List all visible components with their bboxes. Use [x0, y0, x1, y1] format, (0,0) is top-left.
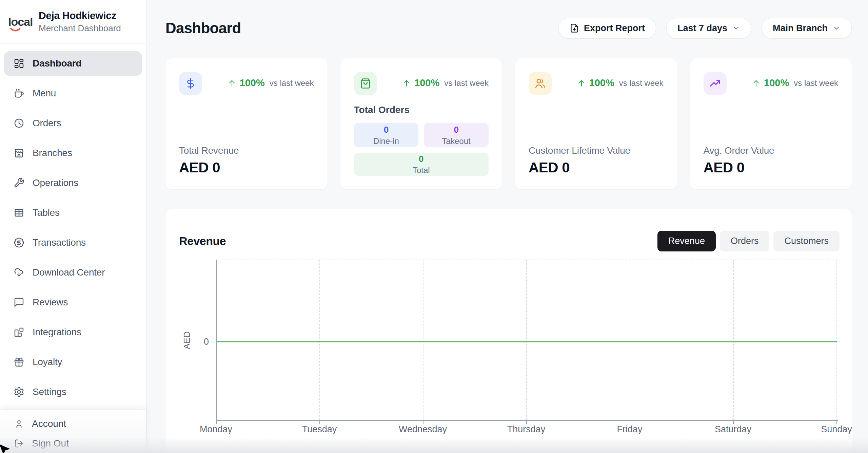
- x-label-wednesday: Wednesday: [389, 424, 457, 435]
- message-square-icon: [14, 297, 24, 308]
- bottom-edge-fade: [0, 437, 868, 453]
- sidebar-item-label: Download Center: [33, 267, 105, 278]
- local-logo: local: [8, 15, 33, 29]
- header-actions: Export Report Last 7 days Main Branch: [558, 18, 852, 39]
- customer-lifetime-value-card: 100% vs last week Customer Lifetime Valu…: [515, 58, 677, 189]
- dine-in-label: Dine-in: [373, 136, 399, 146]
- export-report-button[interactable]: Export Report: [558, 18, 656, 39]
- sidebar-item-orders[interactable]: Orders: [4, 111, 142, 135]
- x-tick: [526, 421, 527, 424]
- gridline-tuesday: [319, 260, 320, 420]
- x-tick: [836, 421, 837, 424]
- date-range-dropdown[interactable]: Last 7 days: [666, 18, 751, 39]
- y-axis-line: [216, 260, 217, 421]
- store-icon: [14, 148, 24, 158]
- brand-header: local Deja Hodkiewicz Merchant Dashboard: [0, 0, 146, 44]
- stat-label: Avg. Order Value: [704, 145, 839, 156]
- shopping-bag-icon-badge: [354, 72, 377, 95]
- tab-revenue[interactable]: Revenue: [657, 231, 716, 251]
- sidebar-item-label: Dashboard: [33, 58, 81, 69]
- trend-value: 100%: [240, 77, 265, 89]
- x-label-friday: Friday: [596, 424, 664, 435]
- trending-up-icon: [709, 77, 721, 90]
- x-tick: [733, 421, 734, 424]
- revenue-chart-card: Revenue Revenue Orders Customers: [165, 209, 852, 453]
- arrow-up-icon: [402, 79, 411, 88]
- sidebar-nav: Dashboard Menu Orders Branches Operation…: [0, 44, 146, 410]
- sidebar-item-menu[interactable]: Menu: [4, 81, 142, 106]
- x-label-thursday: Thursday: [492, 424, 560, 435]
- stat-value: AED 0: [179, 159, 314, 176]
- sidebar-item-label: Tables: [33, 207, 60, 218]
- sidebar-item-label: Operations: [33, 177, 78, 188]
- tab-orders[interactable]: Orders: [720, 231, 770, 251]
- shopping-bag-icon: [359, 77, 372, 90]
- page-title: Dashboard: [165, 20, 241, 37]
- takeout-chip: 0 Takeout: [424, 123, 489, 147]
- export-report-label: Export Report: [584, 23, 645, 34]
- takeout-count: 0: [454, 125, 458, 135]
- branch-dropdown[interactable]: Main Branch: [762, 18, 852, 39]
- sidebar-item-download-center[interactable]: Download Center: [4, 260, 142, 285]
- dine-in-count: 0: [384, 125, 389, 135]
- sidebar-item-label: Reviews: [33, 297, 68, 308]
- y-axis-title: AED: [182, 322, 192, 359]
- sidebar-item-integrations[interactable]: Integrations: [4, 320, 142, 344]
- trend-caption: vs last week: [619, 78, 664, 88]
- trend-caption: vs last week: [270, 78, 314, 88]
- total-label: Total: [413, 166, 430, 175]
- stat-cards-row: 100% vs last week Total Revenue AED 0: [165, 58, 852, 189]
- stat-value: AED 0: [529, 159, 664, 176]
- coffee-icon: [14, 88, 24, 99]
- x-label-saturday: Saturday: [699, 424, 767, 435]
- trend-caption: vs last week: [794, 78, 838, 88]
- sidebar-item-operations[interactable]: Operations: [4, 171, 142, 195]
- branch-label: Main Branch: [773, 23, 828, 34]
- arrow-up-icon: [577, 79, 586, 88]
- sidebar-item-branches[interactable]: Branches: [4, 141, 142, 165]
- arrow-up-icon: [228, 79, 236, 88]
- stat-value: AED 0: [704, 159, 839, 176]
- total-chip: 0 Total: [354, 153, 489, 176]
- tab-customers[interactable]: Customers: [773, 231, 840, 251]
- sidebar-item-loyalty[interactable]: Loyalty: [4, 350, 142, 374]
- trend-value: 100%: [414, 77, 439, 89]
- cloud-download-icon: [14, 267, 24, 278]
- takeout-label: Takeout: [442, 136, 471, 146]
- trend-indicator: 100% vs last week: [577, 77, 664, 89]
- gift-icon: [14, 357, 24, 367]
- mouse-cursor: [0, 441, 14, 453]
- table-icon: [14, 207, 24, 218]
- sidebar-item-tables[interactable]: Tables: [4, 201, 142, 225]
- stat-label: Total Revenue: [179, 145, 314, 156]
- chart-tabs: Revenue Orders Customers: [657, 231, 840, 251]
- dollar-icon: [184, 77, 197, 90]
- trend-value: 100%: [589, 77, 614, 89]
- wrench-icon: [14, 177, 24, 188]
- sidebar-item-label: Settings: [33, 386, 66, 397]
- trend-value: 100%: [764, 77, 789, 89]
- total-orders-heading: Total Orders: [354, 105, 489, 115]
- y-tick-label: 0: [197, 337, 209, 347]
- gear-icon: [14, 386, 24, 397]
- grid-top-dashed: [216, 260, 837, 260]
- total-count: 0: [419, 154, 423, 164]
- dashboard-icon: [14, 58, 24, 69]
- page-header: Dashboard Export Report Last 7 days Main…: [146, 0, 868, 39]
- date-range-label: Last 7 days: [677, 23, 727, 34]
- sidebar-item-account[interactable]: Account: [4, 414, 142, 434]
- x-axis-line: [216, 420, 838, 421]
- sidebar-item-dashboard[interactable]: Dashboard: [4, 51, 142, 76]
- total-orders-card: 100% vs last week Total Orders 0 Dine-in…: [340, 58, 502, 189]
- chart-header: Revenue Revenue Orders Customers: [179, 231, 840, 251]
- logo-smile-icon: [10, 28, 22, 32]
- sidebar-item-label: Transactions: [33, 237, 86, 248]
- gridline-friday: [630, 260, 630, 420]
- gridline-thursday: [526, 260, 527, 420]
- clock-icon: [14, 118, 24, 129]
- sidebar-item-reviews[interactable]: Reviews: [4, 290, 142, 315]
- brand-subtitle: Merchant Dashboard: [39, 23, 121, 34]
- sidebar-item-transactions[interactable]: Transactions: [4, 230, 142, 255]
- dine-in-chip: 0 Dine-in: [354, 123, 419, 147]
- sidebar-item-settings[interactable]: Settings: [4, 380, 142, 404]
